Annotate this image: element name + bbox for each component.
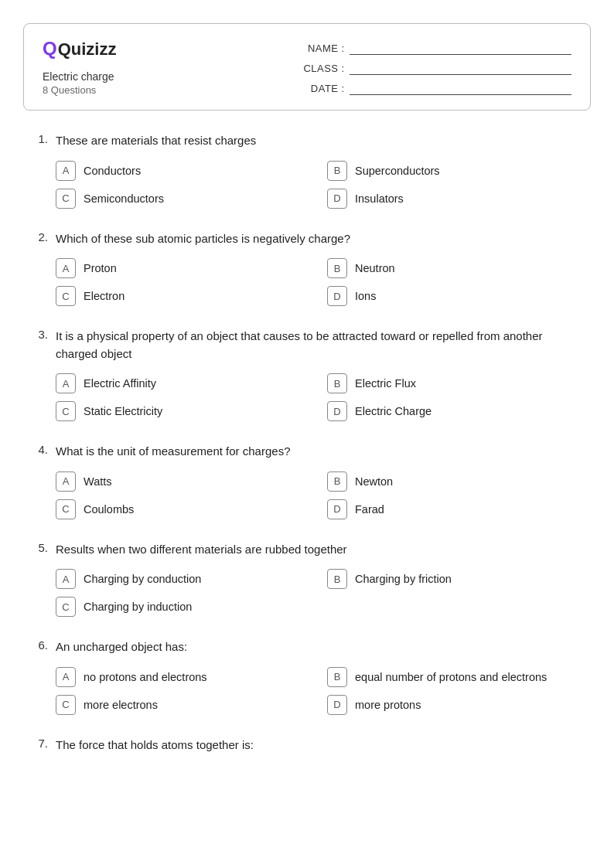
option-text-3-A: Electric Affinity [84, 377, 156, 390]
question-block-6: 6.An uncharged object has:Ano protons an… [31, 638, 583, 715]
logo-q: Q [43, 38, 57, 59]
date-field-row: DATE : [300, 81, 571, 95]
option-letter-2-B: B [327, 258, 347, 278]
question-text-5: Results when two different materials are… [56, 541, 347, 559]
option-letter-1-A: A [56, 161, 76, 181]
option-letter-4-B: B [327, 471, 347, 492]
option-text-5-A: Charging by conduction [84, 573, 201, 585]
class-input[interactable] [350, 61, 571, 75]
quiz-title: Electric charge [43, 70, 269, 83]
option-letter-5-B: B [327, 569, 347, 589]
question-row-4: 4.What is the unit of measurement for ch… [31, 443, 583, 461]
option-text-6-B: equal number of protons and electrons [355, 671, 547, 683]
header-right: NAME : CLASS : DATE : [300, 38, 571, 95]
name-label: NAME : [300, 43, 345, 54]
question-row-5: 5.Results when two different materials a… [31, 541, 583, 559]
option-text-1-B: Superconductors [355, 165, 440, 177]
option-5-B: BCharging by friction [327, 569, 583, 589]
option-text-2-B: Neutron [355, 262, 395, 274]
option-2-C: CElectron [56, 286, 312, 306]
option-3-C: CStatic Electricity [56, 401, 312, 421]
option-text-2-D: Ions [355, 290, 376, 302]
option-6-C: Cmore electrons [56, 695, 312, 715]
question-block-5: 5.Results when two different materials a… [31, 541, 583, 618]
option-4-A: AWatts [56, 471, 312, 492]
question-number-1: 1. [31, 132, 48, 150]
option-2-D: DIons [327, 286, 583, 306]
option-text-1-C: Semiconductors [84, 192, 164, 205]
option-6-B: Bequal number of protons and electrons [327, 667, 583, 687]
option-1-A: AConductors [56, 161, 312, 181]
options-grid-4: AWattsBNewtonCCoulombsDFarad [31, 471, 583, 519]
question-row-6: 6.An uncharged object has: [31, 638, 583, 656]
option-text-3-B: Electric Flux [355, 377, 416, 390]
date-label: DATE : [300, 83, 345, 94]
option-text-3-D: Electric Charge [355, 405, 432, 417]
option-letter-6-D: D [327, 695, 347, 715]
question-block-7: 7.The force that holds atoms together is… [31, 737, 583, 754]
question-block-3: 3.It is a physical property of an object… [31, 328, 583, 421]
option-4-D: DFarad [327, 499, 583, 519]
name-input[interactable] [350, 41, 571, 55]
logo-container: QQuizizz [43, 38, 269, 60]
option-letter-1-B: B [327, 161, 347, 181]
option-text-6-A: no protons and electrons [84, 671, 207, 683]
name-field-row: NAME : [300, 41, 571, 55]
option-text-1-A: Conductors [84, 165, 141, 177]
date-input[interactable] [350, 81, 571, 95]
question-text-1: These are materials that resist charges [56, 132, 256, 150]
option-6-D: Dmore protons [327, 695, 583, 715]
option-1-B: BSuperconductors [327, 161, 583, 181]
header-card: QQuizizz Electric charge 8 Questions NAM… [23, 23, 591, 111]
option-text-4-A: Watts [84, 475, 112, 488]
option-text-6-C: more electrons [84, 699, 158, 711]
option-letter-4-D: D [327, 499, 347, 519]
question-block-2: 2.Which of these sub atomic particles is… [31, 230, 583, 307]
question-row-3: 3.It is a physical property of an object… [31, 328, 583, 363]
options-grid-3: AElectric AffinityBElectric FluxCStatic … [31, 373, 583, 421]
logo-text: QQuizizz [43, 38, 116, 60]
class-label: CLASS : [300, 63, 345, 74]
question-text-3: It is a physical property of an object t… [56, 328, 583, 363]
option-text-4-C: Coulombs [84, 503, 134, 516]
question-text-6: An uncharged object has: [56, 638, 187, 656]
option-text-2-A: Proton [84, 262, 117, 274]
option-letter-3-A: A [56, 373, 76, 393]
option-letter-5-A: A [56, 569, 76, 589]
option-3-D: DElectric Charge [327, 401, 583, 421]
option-5-C: CCharging by induction [56, 597, 312, 617]
option-3-B: BElectric Flux [327, 373, 583, 393]
option-text-1-D: Insulators [355, 192, 404, 205]
option-text-2-C: Electron [84, 290, 125, 302]
option-letter-6-C: C [56, 695, 76, 715]
option-2-A: AProton [56, 258, 312, 278]
question-row-7: 7.The force that holds atoms together is… [31, 737, 583, 754]
option-2-B: BNeutron [327, 258, 583, 278]
option-3-A: AElectric Affinity [56, 373, 312, 393]
options-grid-5: ACharging by conductionBCharging by fric… [31, 569, 583, 617]
option-1-C: CSemiconductors [56, 189, 312, 209]
question-row-2: 2.Which of these sub atomic particles is… [31, 230, 583, 248]
question-number-3: 3. [31, 328, 48, 363]
option-letter-3-D: D [327, 401, 347, 421]
option-text-6-D: more protons [355, 699, 421, 711]
option-letter-2-D: D [327, 286, 347, 306]
option-4-B: BNewton [327, 471, 583, 492]
option-4-C: CCoulombs [56, 499, 312, 519]
option-text-4-D: Farad [355, 503, 384, 516]
question-block-1: 1.These are materials that resist charge… [31, 132, 583, 209]
option-text-5-B: Charging by friction [355, 573, 452, 585]
option-letter-3-B: B [327, 373, 347, 393]
options-grid-1: AConductorsBSuperconductorsCSemiconducto… [31, 161, 583, 209]
option-1-D: DInsulators [327, 189, 583, 209]
option-letter-4-C: C [56, 499, 76, 519]
option-letter-5-C: C [56, 597, 76, 617]
option-letter-4-A: A [56, 471, 76, 492]
question-row-1: 1.These are materials that resist charge… [31, 132, 583, 150]
options-grid-2: AProtonBNeutronCElectronDIons [31, 258, 583, 306]
quiz-subtitle: 8 Questions [43, 84, 269, 96]
option-letter-6-B: B [327, 667, 347, 687]
option-letter-3-C: C [56, 401, 76, 421]
questions-section: 1.These are materials that resist charge… [23, 132, 591, 754]
option-letter-6-A: A [56, 667, 76, 687]
